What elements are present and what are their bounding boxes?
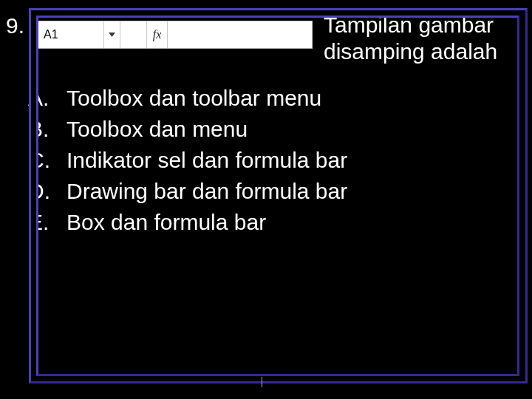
frame-gap-bottom bbox=[31, 376, 525, 381]
option-text: Drawing bar dan formula bar bbox=[66, 179, 347, 204]
svg-marker-0 bbox=[109, 33, 115, 37]
option-text: Box dan formula bar bbox=[66, 210, 266, 235]
option-text: Toolbox dan toolbar menu bbox=[66, 86, 321, 111]
option-a: A. Toolbox dan toolbar menu bbox=[28, 86, 347, 111]
name-box-dropdown bbox=[104, 21, 120, 48]
frame-tick bbox=[262, 377, 262, 387]
option-letter: D. bbox=[28, 179, 66, 204]
option-letter: C. bbox=[28, 148, 66, 173]
formula-bar bbox=[168, 21, 312, 48]
option-letter: E. bbox=[28, 210, 66, 235]
name-box: A1 bbox=[36, 21, 104, 48]
question-line1: Tampilan gambar bbox=[324, 12, 497, 38]
option-letter: B. bbox=[28, 117, 66, 142]
option-c: C. Indikator sel dan formula bar bbox=[28, 148, 347, 173]
excel-screenshot: A1 fx bbox=[35, 21, 313, 49]
option-d: D. Drawing bar dan formula bar bbox=[28, 179, 347, 204]
fx-label: fx bbox=[147, 21, 168, 48]
question-line2: disamping adalah bbox=[324, 38, 497, 65]
slide: 9. Tampilan gambar disamping adalah A1 f… bbox=[0, 0, 532, 399]
answer-options: A. Toolbox dan toolbar menu B. Toolbox d… bbox=[28, 86, 347, 241]
spacer bbox=[120, 21, 147, 48]
chevron-down-icon bbox=[109, 33, 115, 37]
question-prompt: Tampilan gambar disamping adalah bbox=[324, 12, 497, 65]
option-text: Indikator sel dan formula bar bbox=[66, 148, 347, 173]
question-number: 9. bbox=[6, 13, 24, 38]
option-b: B. Toolbox dan menu bbox=[28, 117, 347, 142]
option-e: E. Box dan formula bar bbox=[28, 210, 347, 235]
option-letter: A. bbox=[28, 86, 66, 111]
option-text: Toolbox dan menu bbox=[66, 117, 248, 142]
